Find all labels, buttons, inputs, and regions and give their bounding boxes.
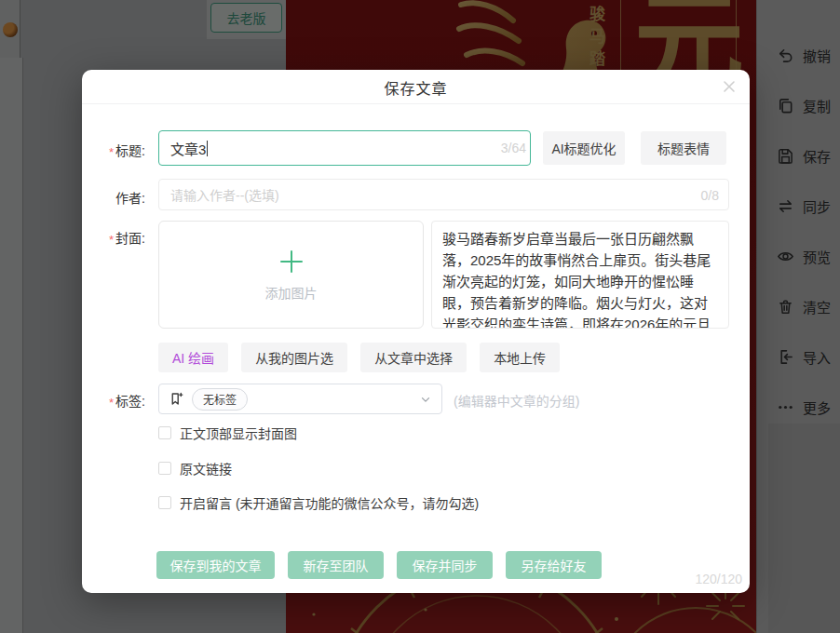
original-link-checkbox[interactable]: 原文链接 xyxy=(158,459,232,478)
local-upload-button[interactable]: 本地上传 xyxy=(480,343,560,372)
author-placeholder: 请输入作者--(选填) xyxy=(170,185,279,204)
save-for-friend-button[interactable]: 另存给好友 xyxy=(506,551,602,579)
modal-header: 保存文章 xyxy=(82,70,750,104)
checkbox-box[interactable] xyxy=(158,462,171,475)
title-emoji-button[interactable]: 标题表情 xyxy=(641,131,726,165)
plus-icon xyxy=(278,248,305,276)
author-input[interactable]: 请输入作者--(选填) xyxy=(158,179,729,210)
tag-hint-text: (编辑器中文章的分组) xyxy=(454,391,579,410)
summary-textarea[interactable]: 骏马踏春新岁启章当最后一张日历翩然飘落，2025年的故事悄然合上扉页。街头巷尾渐… xyxy=(431,221,729,329)
bookmark-add-icon xyxy=(169,391,184,407)
modal-footer: 保存到我的文章 新存至团队 保存并同步 另存给好友 xyxy=(156,551,602,579)
title-input-value: 文章3 xyxy=(170,139,206,158)
tag-field-label: 标签: xyxy=(93,391,145,410)
from-article-button[interactable]: 从文章中选择 xyxy=(360,343,467,372)
save-to-team-button[interactable]: 新存至团队 xyxy=(288,551,384,579)
checkbox-label: 原文链接 xyxy=(180,459,232,478)
modal-title: 保存文章 xyxy=(82,70,750,104)
checkbox-label: 开启留言 (未开通留言功能的微信公众号，请勿勾选) xyxy=(180,493,479,512)
title-field-label: 标题: xyxy=(93,141,145,159)
from-my-images-button[interactable]: 从我的图片选 xyxy=(241,343,347,372)
chevron-down-icon xyxy=(419,393,432,406)
ai-paint-button[interactable]: AI 绘画 xyxy=(158,343,228,372)
save-article-modal: 保存文章 标题: 文章3 3/64 AI标题优化 标题表情 作者: 请输入作者-… xyxy=(82,70,750,593)
close-icon[interactable] xyxy=(721,78,738,95)
tag-select[interactable]: 无标签 xyxy=(158,384,442,414)
save-to-my-articles-button[interactable]: 保存到我的文章 xyxy=(156,551,275,579)
selected-tag-pill: 无标签 xyxy=(192,388,248,411)
title-input[interactable]: 文章3 xyxy=(158,130,531,166)
text-caret xyxy=(207,141,208,156)
cover-source-buttons: AI 绘画 从我的图片选 从文章中选择 本地上传 xyxy=(158,343,560,372)
ai-title-optimize-button[interactable]: AI标题优化 xyxy=(543,131,625,165)
summary-char-counter: 120/120 xyxy=(695,572,742,586)
title-char-counter: 3/64 xyxy=(489,141,526,155)
save-and-sync-button[interactable]: 保存并同步 xyxy=(397,551,493,579)
author-char-counter: 0/8 xyxy=(685,188,719,203)
show-cover-on-top-checkbox[interactable]: 正文顶部显示封面图 xyxy=(158,424,297,442)
cover-field-label: 封面: xyxy=(93,228,145,247)
enable-comments-checkbox[interactable]: 开启留言 (未开通留言功能的微信公众号，请勿勾选) xyxy=(158,493,479,512)
add-image-label: 添加图片 xyxy=(265,283,318,302)
checkbox-box[interactable] xyxy=(158,496,171,509)
add-cover-image-button[interactable]: 添加图片 xyxy=(158,221,424,329)
checkbox-box[interactable] xyxy=(158,426,171,439)
editor-app: 去老版 骏马踏春 元 xyxy=(0,0,840,633)
checkbox-label: 正文顶部显示封面图 xyxy=(180,424,297,442)
author-field-label: 作者: xyxy=(93,188,145,207)
